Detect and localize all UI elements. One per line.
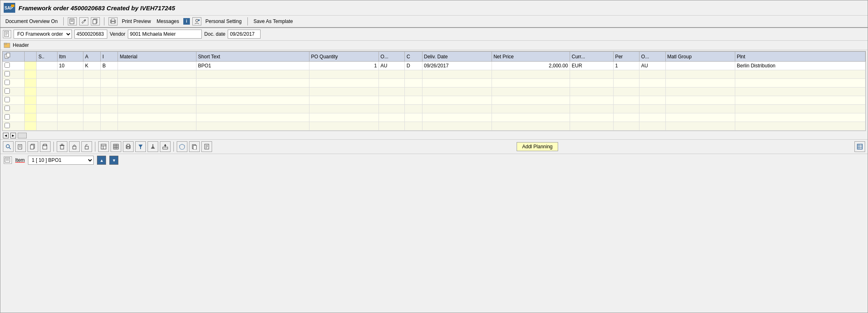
row-checkbox[interactable] bbox=[5, 123, 10, 128]
new-line-btn[interactable] bbox=[15, 141, 26, 152]
personal-setting-btn[interactable]: Personal Setting bbox=[204, 18, 243, 25]
print-btn[interactable] bbox=[123, 141, 134, 152]
col-o-header[interactable]: O... bbox=[379, 52, 404, 62]
addl-planning-btn[interactable]: Addl Planning bbox=[517, 142, 558, 151]
page-title: Framework order 4500020683 Created by IV… bbox=[18, 5, 175, 12]
svg-marker-47 bbox=[139, 145, 143, 149]
col-qty-header[interactable]: PO Quantity bbox=[309, 52, 379, 62]
svg-rect-18 bbox=[4, 43, 7, 44]
col-net-price-header[interactable]: Net Price bbox=[492, 52, 570, 62]
doc-date-input[interactable] bbox=[228, 30, 261, 39]
row-checkbox[interactable] bbox=[5, 80, 10, 85]
doc-type-icon[interactable] bbox=[3, 30, 11, 38]
separator-3 bbox=[247, 17, 248, 25]
paste-row-btn[interactable] bbox=[40, 141, 51, 152]
nav-up-btn[interactable]: ▲ bbox=[97, 156, 106, 165]
table-container: S.. Itm A I Material Short Text PO Quant… bbox=[2, 51, 866, 131]
copy-icon-btn[interactable] bbox=[91, 17, 100, 25]
col-short-text-header[interactable]: Short Text bbox=[196, 52, 309, 62]
svg-rect-58 bbox=[857, 144, 862, 149]
svg-rect-46 bbox=[127, 147, 129, 149]
col-deliv-header[interactable]: Deliv. Date bbox=[422, 52, 492, 62]
item-select[interactable]: 1 [ 10 ] BPO1 bbox=[28, 156, 94, 165]
messages-btn[interactable]: Messages bbox=[155, 18, 181, 25]
svg-point-11 bbox=[196, 19, 198, 22]
row-checkbox[interactable] bbox=[5, 114, 10, 120]
copy-row-btn[interactable] bbox=[28, 141, 38, 152]
doc-overview-btn[interactable]: Document Overview On bbox=[4, 18, 59, 25]
col-selector-header bbox=[3, 52, 25, 62]
doc-copy-btn[interactable] bbox=[189, 141, 200, 152]
bottom-toolbar: Addl Planning bbox=[0, 139, 868, 154]
btm-sep-2 bbox=[95, 142, 95, 152]
row-checkbox[interactable] bbox=[5, 106, 10, 111]
order-type-select[interactable]: FO Framework order bbox=[14, 30, 72, 39]
svg-marker-51 bbox=[164, 144, 166, 146]
row-a: K bbox=[83, 62, 100, 70]
upload-btn[interactable] bbox=[160, 141, 171, 152]
filter-down-btn[interactable] bbox=[135, 141, 146, 152]
col-plnt-header[interactable]: Plnt bbox=[735, 52, 865, 62]
row-selector[interactable] bbox=[3, 62, 25, 70]
row-checkbox[interactable] bbox=[5, 97, 10, 102]
shield-btn[interactable] bbox=[177, 141, 187, 152]
scroll-left-btn[interactable]: ◄ bbox=[3, 133, 9, 138]
print-preview-btn[interactable]: Print Preview bbox=[120, 18, 152, 25]
doc-edit-btn[interactable] bbox=[201, 141, 212, 152]
col-a-header[interactable]: A bbox=[83, 52, 100, 62]
row-checkbox[interactable] bbox=[5, 71, 10, 76]
unlock-btn[interactable] bbox=[81, 141, 92, 152]
col-status-header[interactable]: S.. bbox=[37, 52, 57, 62]
main-container: SAP Framework order 4500020683 Created b… bbox=[0, 0, 868, 313]
svg-rect-35 bbox=[85, 146, 88, 149]
col-itm-header[interactable]: Itm bbox=[57, 52, 83, 62]
item-footer: Item 1 [ 10 ] BPO1 ▲ ▼ bbox=[0, 154, 868, 166]
layout-btn[interactable] bbox=[98, 141, 109, 152]
lock-btn[interactable] bbox=[69, 141, 80, 152]
separator-1 bbox=[63, 17, 64, 25]
new-doc-icon-btn[interactable] bbox=[68, 17, 77, 25]
grid-btn[interactable] bbox=[111, 141, 121, 152]
search-btn[interactable] bbox=[3, 141, 14, 152]
col-i-header[interactable]: I bbox=[101, 52, 118, 62]
print-preview-icon[interactable] bbox=[108, 17, 118, 25]
svg-rect-20 bbox=[7, 53, 10, 57]
svg-rect-9 bbox=[111, 19, 115, 21]
col-material-header[interactable]: Material bbox=[118, 52, 196, 62]
row-net-price: 2,000.00 bbox=[492, 62, 570, 70]
personal-setting-icon[interactable] bbox=[192, 17, 201, 25]
row-checkbox[interactable] bbox=[5, 62, 10, 68]
row-itm: 10 bbox=[57, 62, 83, 70]
order-number-input[interactable] bbox=[74, 30, 107, 39]
table-row bbox=[3, 113, 866, 122]
col-per-header[interactable]: Per bbox=[613, 52, 639, 62]
row-status bbox=[37, 62, 57, 70]
svg-rect-30 bbox=[44, 144, 46, 146]
svg-rect-7 bbox=[93, 20, 96, 24]
section-label: Header bbox=[13, 42, 29, 48]
nav-down-btn[interactable]: ▼ bbox=[109, 156, 118, 165]
row-o2: AU bbox=[639, 62, 665, 70]
filter-up-btn[interactable] bbox=[148, 141, 158, 152]
table-row[interactable]: 10 K B BPO1 1 AU D 09/26/2017 2,000.00 E… bbox=[3, 62, 866, 70]
table-scroll-row: ◄ ► bbox=[0, 132, 868, 139]
corner-btn[interactable] bbox=[854, 141, 865, 152]
item-footer-icon[interactable] bbox=[4, 156, 12, 164]
delete-btn[interactable] bbox=[57, 141, 67, 152]
col-c-header[interactable]: C bbox=[405, 52, 422, 62]
svg-rect-33 bbox=[61, 144, 63, 145]
col-o2-header[interactable]: O... bbox=[639, 52, 665, 62]
vendor-input[interactable] bbox=[128, 30, 202, 39]
row-checkbox[interactable] bbox=[5, 88, 10, 94]
svg-rect-36 bbox=[101, 144, 106, 149]
edit-icon-btn[interactable] bbox=[79, 17, 88, 25]
svg-rect-49 bbox=[163, 147, 168, 149]
scroll-right-btn[interactable]: ► bbox=[10, 133, 16, 138]
row-matl bbox=[665, 62, 735, 70]
row-short-text: BPO1 bbox=[196, 62, 309, 70]
section-header[interactable]: Header bbox=[0, 41, 868, 50]
row-o: AU bbox=[379, 62, 404, 70]
col-matl-header[interactable]: Matl Group bbox=[665, 52, 735, 62]
save-as-template-btn[interactable]: Save As Template bbox=[252, 18, 295, 25]
col-curr-header[interactable]: Curr... bbox=[570, 52, 613, 62]
